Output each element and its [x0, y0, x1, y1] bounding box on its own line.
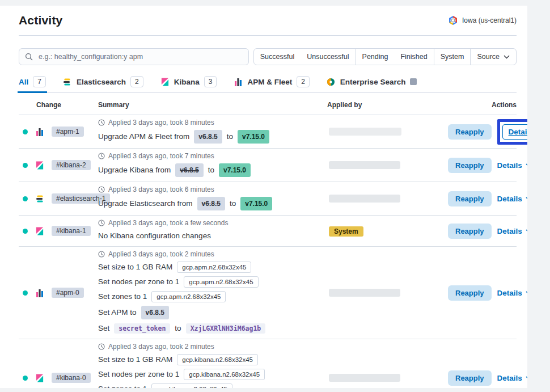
header-divider — [19, 35, 517, 36]
secret-token-value: XzjLGXRlNH3iM6ag1b — [186, 323, 266, 334]
filter-successful[interactable]: Successful — [254, 49, 301, 65]
reapply-button[interactable]: Reapply — [448, 224, 492, 239]
table-row: #apm-0 Applied 3 days ago, took 2 minute… — [19, 247, 517, 339]
version-to-badge: v7.15.0 — [240, 197, 272, 210]
kibana-logo-icon — [160, 77, 170, 86]
status-success-dot — [23, 196, 28, 201]
apm-fleet-logo-icon — [35, 288, 44, 297]
applied-by-redacted — [329, 195, 400, 203]
details-button[interactable]: Details — [497, 161, 527, 170]
details-button[interactable]: Details — [497, 289, 527, 297]
applied-timestamp: Applied 3 days ago, took 6 minutes — [98, 186, 320, 193]
region-indicator: Iowa (us-central1) — [448, 15, 517, 26]
elasticsearch-logo-icon — [63, 77, 72, 86]
activity-table-header: Change Summary Applied by Actions — [19, 93, 517, 115]
filter-source-dropdown[interactable]: Source — [471, 49, 516, 65]
version-badge: v6.8.5 — [141, 306, 169, 319]
change-id-badge: #kibana-1 — [52, 226, 91, 236]
clock-icon — [98, 186, 105, 193]
version-to-badge: v7.15.0 — [219, 163, 251, 177]
instance-config-badge: gcp.apm.n2.68x32x45 — [177, 262, 251, 273]
enterprise-search-logo-icon — [327, 77, 336, 86]
change-id-badge: #apm-1 — [52, 127, 84, 137]
chevron-down-icon — [526, 197, 527, 201]
tab-enterprise-search[interactable]: Enterprise Search — [327, 76, 417, 92]
version-from-badge: v6.8.5 — [194, 130, 222, 144]
chevron-down-icon — [504, 55, 510, 59]
applied-by-redacted — [329, 289, 400, 297]
status-success-dot — [23, 229, 28, 234]
region-label: Iowa (us-central1) — [462, 16, 517, 24]
reapply-button[interactable]: Reapply — [448, 124, 492, 140]
tab-elasticsearch[interactable]: Elasticsearch 2 — [63, 76, 143, 92]
version-from-badge: v6.8.5 — [197, 197, 225, 210]
reapply-button[interactable]: Reapply — [448, 191, 492, 206]
apm-fleet-logo-icon — [234, 77, 243, 86]
clock-icon — [98, 343, 105, 350]
instance-config-badge: gcp.apm.n2.68x32x45 — [184, 276, 258, 288]
resource-tabs: All 7 Elasticsearch 2 Kibana 3 — [19, 76, 517, 93]
applied-by-redacted — [329, 161, 400, 169]
tab-apm-fleet[interactable]: APM & Fleet 2 — [234, 76, 309, 92]
kibana-logo-icon — [35, 161, 44, 170]
reapply-button[interactable]: Reapply — [448, 158, 492, 173]
filter-system[interactable]: System — [434, 49, 471, 65]
clock-icon — [98, 251, 105, 258]
status-success-dot — [23, 129, 28, 134]
tab-apm-fleet-count: 2 — [297, 76, 310, 87]
tab-elasticsearch-count: 2 — [130, 76, 143, 87]
system-badge: System — [329, 226, 363, 237]
table-row: #kibana-2 Applied 3 days ago, took 7 min… — [19, 149, 517, 182]
status-success-dot — [23, 376, 28, 381]
details-button[interactable]: Details — [502, 124, 527, 140]
version-to-badge: v7.15.0 — [238, 130, 269, 144]
column-summary: Summary — [98, 101, 327, 109]
applied-timestamp: Applied 3 days ago, took 7 minutes — [98, 152, 320, 160]
reapply-button[interactable]: Reapply — [448, 370, 492, 386]
reapply-button[interactable]: Reapply — [448, 285, 492, 301]
activity-search[interactable] — [19, 48, 249, 65]
tab-kibana[interactable]: Kibana 3 — [160, 76, 217, 92]
tab-all[interactable]: All 7 — [19, 76, 46, 92]
instance-config-badge: gcp.kibana.n2.68x32x45 — [177, 354, 258, 365]
clock-icon — [98, 220, 105, 226]
column-change: Change — [19, 101, 98, 109]
applied-timestamp: Applied 3 days ago, took a few seconds — [98, 219, 320, 227]
change-id-badge: #kibana-2 — [52, 160, 91, 170]
applied-timestamp: Applied 3 days ago, took 8 minutes — [98, 119, 320, 127]
status-success-dot — [23, 290, 28, 296]
filter-pending[interactable]: Pending — [356, 49, 395, 65]
apm-fleet-logo-icon — [35, 127, 44, 136]
details-button[interactable]: Details — [497, 227, 527, 235]
applied-timestamp: Applied 3 days ago, took 2 minutes — [98, 250, 320, 258]
enterprise-search-count-placeholder — [410, 78, 417, 85]
activity-page: Activity Iowa (us-central1) — [0, 6, 527, 388]
chevron-down-icon — [526, 291, 527, 295]
table-row: #kibana-1 Applied 3 days ago, took a few… — [19, 216, 517, 247]
kibana-logo-icon — [35, 226, 44, 235]
change-id-badge: #apm-0 — [52, 288, 84, 298]
instance-config-badge: gcp.kibana.n2.68x32x45 — [151, 383, 232, 388]
clock-icon — [98, 153, 105, 159]
tab-all-count: 7 — [33, 76, 46, 87]
column-actions: Actions — [448, 101, 517, 109]
details-button[interactable]: Details — [497, 374, 527, 382]
table-row: #elasticsearch-1 Applied 3 days ago, too… — [19, 182, 517, 216]
version-from-badge: v6.8.5 — [175, 163, 203, 177]
kibana-logo-icon — [35, 373, 44, 382]
tab-kibana-count: 3 — [204, 76, 217, 87]
search-icon — [25, 53, 33, 61]
chevron-down-icon — [526, 163, 527, 167]
elasticsearch-logo-icon — [35, 194, 44, 203]
table-row: #kibana-0 Applied 3 days ago, took 2 min… — [19, 339, 517, 388]
annotation-highlight-box: Details — [497, 119, 527, 145]
column-applied-by: Applied by — [327, 101, 448, 109]
filter-unsuccessful[interactable]: Unsuccessful — [301, 49, 355, 65]
page-title: Activity — [19, 14, 62, 27]
search-input[interactable] — [37, 52, 243, 61]
status-success-dot — [23, 163, 28, 168]
details-button[interactable]: Details — [497, 195, 527, 203]
filter-finished[interactable]: Finished — [394, 49, 433, 65]
table-row: #apm-1 Applied 3 days ago, took 8 minute… — [19, 115, 517, 149]
applied-by-redacted — [329, 374, 400, 382]
